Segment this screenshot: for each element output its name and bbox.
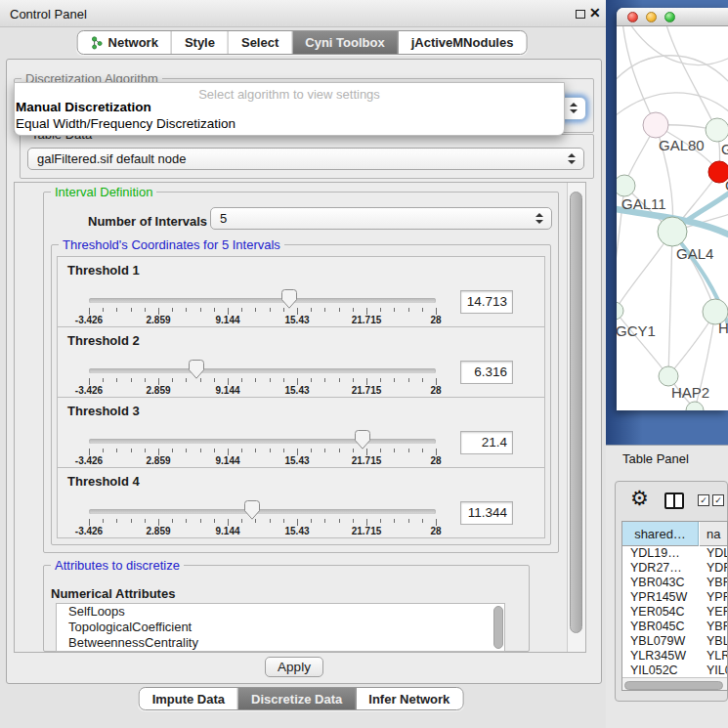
group-title: Interval Definition bbox=[51, 185, 156, 199]
tick-mark bbox=[228, 449, 229, 455]
checkbox-icon[interactable]: ✓ bbox=[698, 494, 709, 506]
table-row[interactable]: YLR345WYLR3 bbox=[622, 649, 728, 664]
checkbox-icon[interactable]: ✓ bbox=[712, 494, 724, 506]
slider-thumb[interactable] bbox=[189, 360, 204, 379]
tab-discretize-data[interactable]: Discretize Data bbox=[238, 688, 356, 709]
tick-label: 9.144 bbox=[198, 385, 257, 396]
threshold-value-input[interactable]: 11.344 bbox=[460, 501, 513, 525]
columns-icon[interactable] bbox=[664, 492, 684, 509]
tick-mark bbox=[339, 308, 340, 312]
slider-thumb[interactable] bbox=[281, 289, 297, 309]
gear-icon[interactable]: ⚙ bbox=[630, 488, 649, 509]
tick-mark bbox=[214, 308, 215, 312]
tick-mark bbox=[270, 308, 271, 312]
table-row[interactable]: YBR045CYBR0 bbox=[622, 620, 728, 634]
tab-jactivemnodules[interactable]: jActiveMNodules bbox=[399, 31, 527, 54]
threshold-value-input[interactable]: 21.4 bbox=[460, 431, 513, 454]
tab-infer-network[interactable]: Infer Network bbox=[356, 688, 462, 709]
tick-mark bbox=[353, 308, 354, 312]
close-traffic-light-icon[interactable] bbox=[627, 12, 638, 22]
network-graph: GAL80GACGAL11GAL4GCY1HHAP2 bbox=[617, 26, 728, 410]
slider-thumb[interactable] bbox=[355, 430, 370, 450]
tick-label: 28 bbox=[407, 526, 465, 536]
tick-mark bbox=[324, 308, 325, 312]
cell-name: YPR1 bbox=[707, 590, 728, 605]
network-node[interactable] bbox=[706, 118, 728, 142]
table-rows[interactable]: YDL19…YDL1YDR27…YDR2YBR043CYBR0YPR145WYP… bbox=[622, 546, 728, 677]
table-row[interactable]: YPR145WYPR1 bbox=[622, 590, 728, 605]
apply-button[interactable]: Apply bbox=[265, 657, 323, 677]
float-window-icon[interactable] bbox=[576, 10, 585, 19]
number-of-intervals-combo[interactable]: 5 bbox=[210, 207, 552, 230]
tick-mark bbox=[339, 449, 340, 452]
table-row[interactable]: YDR27…YDR2 bbox=[622, 561, 728, 576]
zoom-traffic-light-icon[interactable] bbox=[664, 12, 675, 22]
threshold-box: Threshold 3-3.4262.8599.14415.4321.71528… bbox=[57, 397, 545, 468]
network-node[interactable] bbox=[658, 217, 687, 246]
network-node[interactable] bbox=[643, 112, 668, 138]
table-row[interactable]: YER054CYER0 bbox=[622, 605, 728, 620]
tab-style[interactable]: Style bbox=[172, 31, 229, 54]
tick-mark bbox=[89, 378, 90, 385]
column-header-name[interactable]: na bbox=[700, 522, 728, 546]
network-window: GAL80GACGAL11GAL4GCY1HHAP2 bbox=[617, 8, 728, 410]
algorithm-option[interactable]: Manual Discretization bbox=[16, 100, 151, 114]
tab-label: Infer Network bbox=[368, 692, 450, 707]
tab-impute-data[interactable]: Impute Data bbox=[140, 688, 238, 709]
threshold-value-input[interactable]: 14.713 bbox=[460, 290, 513, 314]
tick-mark bbox=[103, 449, 104, 452]
table-row[interactable]: YIL052CYIL0 bbox=[622, 664, 728, 677]
tick-mark bbox=[89, 308, 90, 315]
slider-thumb[interactable] bbox=[244, 500, 260, 520]
tick-mark bbox=[241, 519, 242, 523]
column-visibility-checkboxes[interactable]: ✓ ✓ bbox=[698, 494, 724, 506]
algorithm-option[interactable]: Equal Width/Frequency Discretization bbox=[16, 116, 236, 131]
attributes-list-scrollbar-thumb[interactable] bbox=[493, 606, 503, 649]
close-icon[interactable]: ✕ bbox=[589, 5, 601, 21]
tick-mark bbox=[131, 519, 132, 523]
tick-mark bbox=[311, 449, 312, 452]
network-node[interactable] bbox=[617, 175, 635, 196]
tick-mark bbox=[422, 308, 423, 312]
control-panel-title: Control Panel bbox=[10, 7, 87, 21]
slider-track[interactable] bbox=[89, 298, 436, 303]
tick-mark bbox=[436, 449, 437, 455]
table-row[interactable]: YBL079WYBL0 bbox=[622, 634, 728, 649]
tick-mark bbox=[103, 378, 104, 382]
slider-track[interactable] bbox=[89, 439, 436, 444]
cell-name: YBL0 bbox=[707, 634, 728, 649]
tick-mark bbox=[103, 519, 104, 523]
network-node[interactable] bbox=[659, 366, 678, 386]
table-data-combo[interactable]: galFiltered.sif default node bbox=[27, 148, 584, 170]
threshold-value-input[interactable]: 6.316 bbox=[460, 361, 513, 384]
tick-mark bbox=[270, 378, 271, 382]
tick-mark bbox=[270, 519, 271, 523]
tick-mark bbox=[394, 378, 395, 382]
tick-mark bbox=[270, 449, 271, 452]
table-row[interactable]: YDL19…YDL1 bbox=[622, 546, 728, 561]
table-hscrollbar[interactable] bbox=[622, 677, 727, 691]
tab-label: Select bbox=[241, 35, 278, 50]
tab-cyni-toolbox[interactable]: Cyni Toolbox bbox=[292, 31, 398, 54]
tick-mark bbox=[297, 378, 298, 385]
attributes-list[interactable]: SelfLoopsTopologicalCoefficientBetweenne… bbox=[56, 603, 505, 652]
tab-network[interactable]: Network bbox=[78, 31, 172, 54]
table-hscrollbar-thumb[interactable] bbox=[624, 681, 723, 690]
slider-track[interactable] bbox=[89, 368, 436, 373]
attribute-list-item[interactable]: BetweennessCentrality bbox=[57, 635, 504, 651]
cell-name: YBR0 bbox=[707, 576, 728, 590]
network-canvas[interactable]: GAL80GACGAL11GAL4GCY1HHAP2 bbox=[617, 26, 728, 410]
tick-mark bbox=[311, 308, 312, 312]
attribute-list-item[interactable]: TopologicalCoefficient bbox=[57, 620, 504, 635]
tab-select[interactable]: Select bbox=[229, 31, 292, 54]
tick-label: 15.43 bbox=[268, 526, 326, 536]
tick-mark bbox=[297, 308, 298, 315]
settings-scrollbar-thumb[interactable] bbox=[570, 192, 582, 633]
attribute-list-item[interactable]: SelfLoops bbox=[57, 604, 504, 620]
column-header-shared-name[interactable]: shared… bbox=[622, 522, 699, 546]
network-window-titlebar[interactable] bbox=[617, 8, 728, 26]
table-row[interactable]: YBR043CYBR0 bbox=[622, 576, 728, 590]
slider-track[interactable] bbox=[89, 509, 436, 514]
network-node[interactable] bbox=[617, 302, 623, 320]
minimize-traffic-light-icon[interactable] bbox=[646, 12, 657, 22]
